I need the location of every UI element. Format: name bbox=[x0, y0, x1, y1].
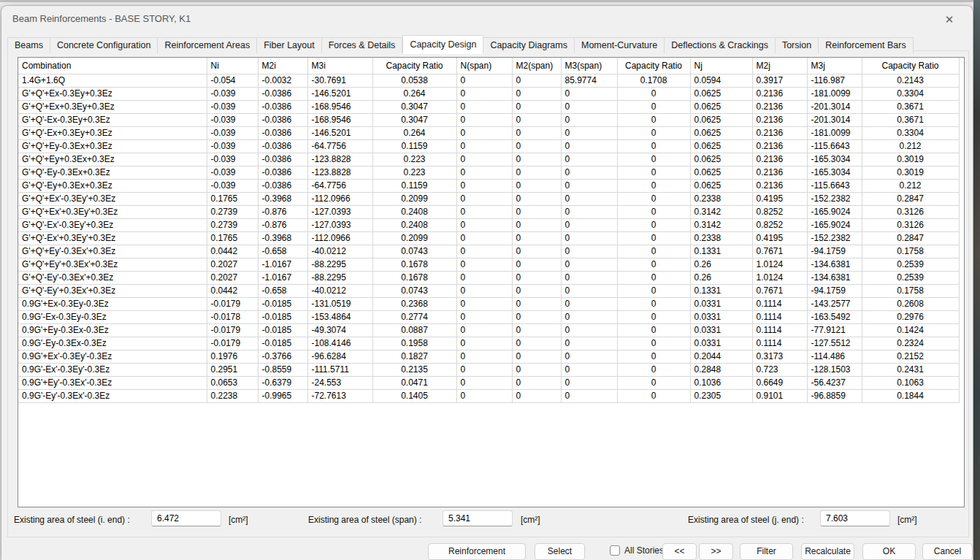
select-button[interactable]: Select bbox=[535, 543, 585, 560]
value-cell: 0 bbox=[456, 297, 512, 310]
tab-deflections-crackings[interactable]: Deflections & Crackings bbox=[665, 37, 776, 53]
filter-button[interactable]: Filter bbox=[740, 543, 793, 560]
column-header: M2i bbox=[258, 58, 307, 74]
column-header: N(span) bbox=[456, 58, 512, 74]
table-row[interactable]: G'+Q'+Ey+0.3Ex+0.3Ez-0.039-0.0386-123.88… bbox=[18, 153, 959, 166]
j-end-label: Existing area of steel (j. end) : bbox=[688, 515, 804, 525]
table-row[interactable]: 1.4G+1.6Q-0.054-0.0032-30.76910.05380085… bbox=[18, 74, 959, 87]
table-row[interactable]: G'+Q'+Ex'+0.3Ey'+0.3Ez0.2739-0.876-127.0… bbox=[18, 205, 959, 218]
combination-cell: 1.4G+1.6Q bbox=[18, 74, 207, 87]
span-input[interactable] bbox=[443, 510, 513, 526]
reinforcement-calculator-button[interactable]: Reinforcement Calculator bbox=[428, 543, 526, 560]
value-cell: 0.3142 bbox=[690, 218, 752, 231]
table-row[interactable]: 0.9G'+Ex'-0.3Ey'-0.3Ez0.1976-0.3766-96.6… bbox=[18, 350, 959, 363]
table-row[interactable]: G'+Q'+Ey'+0.3Ex'+0.3Ez0.2027-1.0167-88.2… bbox=[18, 258, 959, 271]
ok-button[interactable]: OK bbox=[862, 543, 916, 560]
value-cell: -0.039 bbox=[207, 100, 258, 113]
tab-capacity-diagrams[interactable]: Capacity Diagrams bbox=[483, 37, 575, 53]
table-row[interactable]: 0.9G'-Ey'-0.3Ex'-0.3Ez0.2238-0.9965-72.7… bbox=[18, 389, 959, 402]
combination-cell: 0.9G'+Ey'-0.3Ex'-0.3Ez bbox=[18, 376, 207, 389]
value-cell: 0.3671 bbox=[862, 100, 959, 113]
value-cell: 0.1159 bbox=[372, 139, 456, 153]
value-cell: -181.0099 bbox=[807, 126, 862, 139]
tab-forces-details[interactable]: Forces & Details bbox=[322, 37, 403, 53]
tab-concrete-configuration[interactable]: Concrete Configuration bbox=[50, 37, 158, 53]
table-row[interactable]: 0.9G'-Ex'-0.3Ey'-0.3Ez0.2951-0.8559-111.… bbox=[18, 363, 959, 376]
previous-button[interactable]: << bbox=[662, 543, 697, 560]
value-cell: 0.0625 bbox=[690, 126, 752, 139]
column-header: Capacity Ratio bbox=[617, 58, 690, 74]
table-row[interactable]: G'+Q'-Ey-0.3Ex+0.3Ez-0.039-0.0386-123.88… bbox=[18, 166, 959, 179]
value-cell: -134.6381 bbox=[807, 271, 862, 284]
value-cell: 0 bbox=[617, 323, 690, 337]
value-cell: 0 bbox=[512, 376, 561, 389]
table-row[interactable]: G'+Q'-Ex+0.3Ey+0.3Ez-0.039-0.0386-146.52… bbox=[18, 126, 959, 139]
capacity-design-table-container[interactable]: CombinationNiM2iM3iCapacity RatioN(span)… bbox=[18, 57, 965, 507]
value-cell: 0 bbox=[456, 245, 512, 258]
value-cell: 0 bbox=[456, 310, 512, 323]
table-row[interactable]: G'+Q'-Ex-0.3Ey+0.3Ez-0.039-0.0386-168.95… bbox=[18, 113, 959, 126]
table-row[interactable]: 0.9G'-Ey-0.3Ex-0.3Ez-0.0179-0.0185-108.4… bbox=[18, 337, 959, 350]
value-cell: 0.1114 bbox=[752, 323, 807, 337]
table-row[interactable]: G'+Q'+Ex'-0.3Ey'+0.3Ez0.1765-0.3968-112.… bbox=[18, 192, 959, 205]
value-cell: 0.723 bbox=[752, 363, 807, 376]
value-cell: 0 bbox=[561, 363, 617, 376]
value-cell: -112.0966 bbox=[307, 231, 372, 245]
tab-reinforcement-bars[interactable]: Reinforcement Bars bbox=[819, 37, 913, 53]
recalculate-button[interactable]: Recalculate bbox=[801, 543, 854, 560]
value-cell: 0 bbox=[456, 87, 512, 100]
table-row[interactable]: G'+Q'+Ey'-0.3Ex'+0.3Ez0.0442-0.658-40.02… bbox=[18, 245, 959, 258]
i-end-input[interactable] bbox=[151, 510, 221, 526]
tab-reinforcement-areas[interactable]: Reinforcement Areas bbox=[158, 37, 257, 53]
value-cell: -168.9546 bbox=[307, 100, 372, 113]
value-cell: 0.2152 bbox=[862, 350, 959, 363]
tab-fiber-layout[interactable]: Fiber Layout bbox=[257, 37, 321, 53]
tab-moment-curvature[interactable]: Moment-Curvature bbox=[575, 37, 665, 53]
table-row[interactable]: G'+Q'-Ey'-0.3Ex'+0.3Ez0.2027-1.0167-88.2… bbox=[18, 271, 959, 284]
existing-steel-fields: Existing area of steel (i. end) : [cm²] … bbox=[1, 510, 974, 533]
tab-torsion[interactable]: Torsion bbox=[776, 37, 819, 53]
tab-capacity-design[interactable]: Capacity Design bbox=[402, 35, 483, 54]
value-cell: 0.2848 bbox=[690, 363, 752, 376]
close-icon[interactable]: ✕ bbox=[942, 12, 957, 27]
j-end-unit: [cm²] bbox=[897, 515, 917, 525]
value-cell: 0.0331 bbox=[690, 297, 752, 310]
value-cell: -152.2382 bbox=[807, 231, 862, 245]
table-row[interactable]: G'+Q'-Ex'-0.3Ey'+0.3Ez0.2739-0.876-127.0… bbox=[18, 218, 959, 231]
tab-beams[interactable]: Beams bbox=[7, 37, 50, 53]
table-row[interactable]: G'+Q'+Ex+0.3Ey+0.3Ez-0.039-0.0386-168.95… bbox=[18, 100, 959, 113]
next-button[interactable]: >> bbox=[699, 543, 733, 560]
value-cell: -64.7756 bbox=[307, 139, 372, 153]
value-cell: -0.8559 bbox=[258, 363, 307, 376]
cancel-button[interactable]: Cancel bbox=[922, 543, 973, 560]
table-row[interactable]: G'+Q'+Ey-0.3Ex+0.3Ez-0.039-0.0386-64.775… bbox=[18, 139, 959, 153]
value-cell: 0 bbox=[617, 363, 690, 376]
value-cell: -0.039 bbox=[207, 126, 258, 139]
table-row[interactable]: 0.9G'-Ex-0.3Ey-0.3Ez-0.0178-0.0185-153.4… bbox=[18, 310, 959, 323]
value-cell: 0 bbox=[561, 231, 617, 245]
value-cell: 0 bbox=[512, 337, 561, 350]
all-stories-checkbox[interactable] bbox=[610, 545, 620, 556]
table-row[interactable]: G'+Q'-Ey+0.3Ex+0.3Ez-0.039-0.0386-64.775… bbox=[18, 179, 959, 192]
value-cell: 0.2338 bbox=[690, 231, 752, 245]
table-row[interactable]: G'+Q'-Ey'+0.3Ex'+0.3Ez0.0442-0.658-40.02… bbox=[18, 284, 959, 297]
table-row[interactable]: 0.9G'+Ey-0.3Ex-0.3Ez-0.0179-0.0185-49.30… bbox=[18, 323, 959, 337]
value-cell: 0.0471 bbox=[372, 376, 456, 389]
table-row[interactable]: 0.9G'+Ex-0.3Ey-0.3Ez-0.0179-0.0185-131.0… bbox=[18, 297, 959, 310]
value-cell: 0 bbox=[456, 258, 512, 271]
value-cell: -108.4146 bbox=[307, 337, 372, 350]
j-end-input[interactable] bbox=[820, 510, 890, 526]
value-cell: 0 bbox=[561, 205, 617, 218]
value-cell: -0.0386 bbox=[258, 113, 307, 126]
value-cell: 0.264 bbox=[372, 126, 456, 139]
table-row[interactable]: G'+Q'-Ex'+0.3Ey'+0.3Ez0.1765-0.3968-112.… bbox=[18, 231, 959, 245]
value-cell: -0.658 bbox=[258, 245, 307, 258]
table-row[interactable]: 0.9G'+Ey'-0.3Ex'-0.3Ez0.0653-0.6379-24.5… bbox=[18, 376, 959, 389]
value-cell: 0.26 bbox=[690, 258, 752, 271]
value-cell: 0 bbox=[617, 297, 690, 310]
value-cell: 0.2774 bbox=[372, 310, 456, 323]
table-row[interactable]: G'+Q'+Ex-0.3Ey+0.3Ez-0.039-0.0386-146.52… bbox=[18, 87, 959, 100]
combination-cell: G'+Q'-Ex-0.3Ey+0.3Ez bbox=[18, 113, 207, 126]
value-cell: 0.3047 bbox=[372, 113, 456, 126]
value-cell: -0.0386 bbox=[258, 153, 307, 166]
